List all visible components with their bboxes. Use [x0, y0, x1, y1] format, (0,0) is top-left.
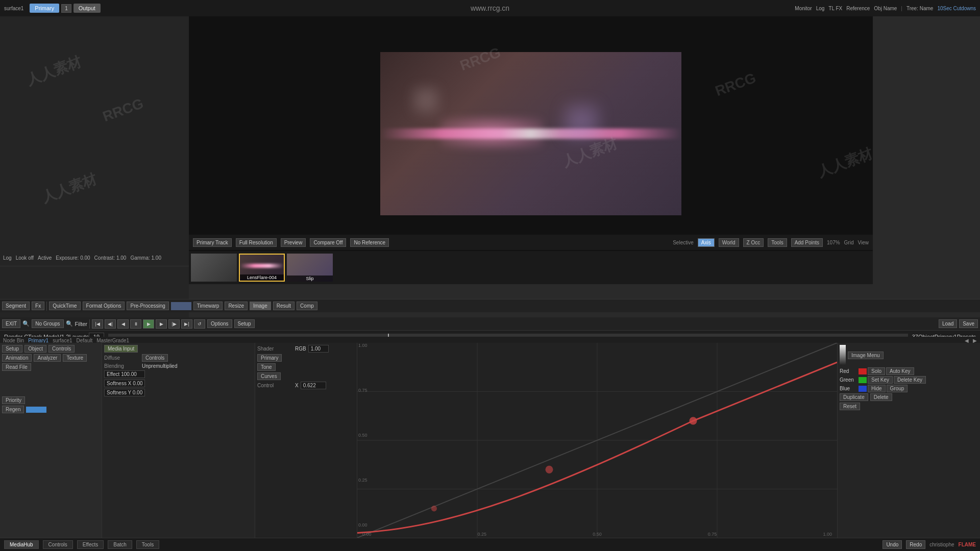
curves-btn[interactable]: Curves: [257, 372, 281, 380]
divider-1: [46, 302, 47, 311]
priority-section: Priority Regen: [2, 396, 100, 413]
contrast-label: Contrast: 1.00: [94, 255, 127, 261]
solo-btn[interactable]: Solo: [868, 367, 885, 375]
unpremultiplied-label: Unpremultiplied: [142, 363, 177, 369]
control-row-panel: Control X: [257, 382, 355, 389]
image-menu-btn[interactable]: Image Menu: [848, 352, 884, 359]
prev-btn[interactable]: ◀: [117, 319, 129, 329]
prev-frame-btn[interactable]: ◀|: [105, 319, 116, 329]
x-label-3: 0.75: [708, 532, 717, 537]
y-label-4: 1.00: [358, 343, 368, 348]
bokeh-1: [561, 101, 602, 142]
blending-row: Blending Unpremultiplied: [104, 363, 253, 369]
film-thumb-2-active[interactable]: LensFlare-004: [239, 254, 285, 282]
shader-label: Shader: [257, 346, 293, 352]
diffuse-controls-btn[interactable]: Controls: [142, 354, 168, 362]
hide-btn[interactable]: Hide: [868, 385, 886, 392]
softness-x-input[interactable]: [104, 380, 145, 387]
top-bar: surface1 Primary 1 Output www.rrcg.cn Mo…: [0, 0, 980, 16]
tone-btn[interactable]: Tone: [257, 363, 276, 371]
batch-tab[interactable]: Batch: [108, 540, 132, 549]
zocc-btn[interactable]: Z Occ: [743, 238, 764, 247]
compare-off-btn[interactable]: Compare Off: [310, 238, 346, 247]
resize-btn[interactable]: Resize: [225, 302, 248, 310]
segment-btn[interactable]: Segment: [2, 302, 30, 310]
main-panel: Setup Object Controls Animation Analyzer…: [0, 343, 980, 538]
tools-btn[interactable]: Tools: [768, 238, 787, 247]
far-right-controls: Image Menu Red Solo Auto Key Green Set K…: [837, 343, 980, 538]
setup-control-btn[interactable]: Setup: [2, 345, 22, 353]
add-points-btn[interactable]: Add Points: [791, 238, 823, 247]
analyzer-btn[interactable]: Analyzer: [34, 354, 61, 362]
result-btn[interactable]: Result: [273, 302, 295, 310]
media-input-btn[interactable]: Media Input: [104, 345, 138, 353]
mediahub-tab[interactable]: MediaHub: [4, 540, 39, 549]
bottom-bar: MediaHub Controls Effects Batch Tools Un…: [0, 538, 980, 551]
stop-btn[interactable]: ⏸: [130, 319, 141, 329]
animation-row: Animation Analyzer Texture: [2, 354, 100, 362]
delete-key-btn[interactable]: Delete Key: [894, 376, 926, 384]
world-btn[interactable]: World: [719, 238, 739, 247]
image-btn[interactable]: Image: [250, 302, 271, 310]
next-frame-btn[interactable]: |▶: [168, 319, 180, 329]
quicktime-btn[interactable]: QuickTime: [49, 302, 80, 310]
read-file-btn[interactable]: Read File: [2, 363, 31, 371]
redo-btn[interactable]: Redo: [906, 540, 925, 549]
priority-btn[interactable]: Priority: [2, 396, 25, 404]
diffuse-row: Diffuse Controls: [104, 354, 253, 362]
object-btn[interactable]: Object: [24, 345, 46, 353]
texture-btn[interactable]: Texture: [63, 354, 87, 362]
tab-output[interactable]: Output: [74, 4, 101, 13]
regen-btn[interactable]: Regen: [2, 406, 24, 413]
animation-btn[interactable]: Animation: [2, 354, 32, 362]
blue-label: Blue: [840, 386, 857, 391]
save-btn[interactable]: Save: [959, 319, 978, 328]
primary-track-btn[interactable]: Primary Track: [193, 238, 232, 247]
tab-primary[interactable]: Primary: [30, 4, 59, 13]
no-groups-btn[interactable]: No Groups: [32, 319, 63, 328]
control-x-input[interactable]: [301, 382, 326, 389]
controls-tab[interactable]: Controls: [43, 540, 73, 549]
preview-btn[interactable]: Preview: [281, 238, 306, 247]
film-thumb-3[interactable]: Slip: [287, 254, 333, 282]
set-key-btn[interactable]: Set Key: [868, 376, 893, 384]
forward-btn[interactable]: ▶|: [181, 319, 192, 329]
exit-btn[interactable]: EXIT: [2, 319, 20, 328]
film-thumb-1[interactable]: [191, 254, 237, 282]
play-btn[interactable]: ▶: [143, 319, 154, 329]
auto-key-btn[interactable]: Auto Key: [886, 367, 914, 375]
monitor-label: Monitor: [795, 6, 812, 11]
fx-btn[interactable]: Fx: [32, 302, 44, 310]
axis-btn[interactable]: Axis: [698, 238, 715, 247]
reset-btn[interactable]: Reset: [840, 403, 860, 410]
undo-btn[interactable]: Undo: [883, 540, 902, 549]
full-resolution-btn[interactable]: Full Resolution: [236, 238, 277, 247]
no-reference-btn[interactable]: No Reference: [350, 238, 389, 247]
group-btn[interactable]: Group: [887, 385, 908, 392]
controls-btn[interactable]: Controls: [48, 345, 75, 353]
format-options-btn[interactable]: Format Options: [83, 302, 125, 310]
rewind-btn[interactable]: |◀: [92, 319, 103, 329]
top-bar-left: surface1 Primary 1 Output: [4, 4, 101, 13]
options-btn[interactable]: Options: [207, 319, 232, 328]
duplicate-btn[interactable]: Duplicate: [840, 393, 868, 401]
effects-tab[interactable]: Effects: [77, 540, 104, 549]
tools-tab[interactable]: Tools: [136, 540, 159, 549]
softness-y-input[interactable]: [104, 389, 145, 396]
primary-shader-btn[interactable]: Primary: [257, 354, 282, 362]
comp-btn[interactable]: Comp: [297, 302, 317, 310]
tab-1[interactable]: 1: [61, 4, 71, 13]
timewarp-btn[interactable]: Timewarp: [193, 302, 223, 310]
loop-btn[interactable]: ↺: [194, 319, 205, 329]
shader-value-input[interactable]: [308, 345, 329, 353]
setup-row: Setup Object Controls: [2, 345, 100, 353]
view-btn[interactable]: View: [858, 240, 869, 245]
pre-processing-btn[interactable]: Pre-Processing: [127, 302, 168, 310]
setup-btn[interactable]: Setup: [234, 319, 255, 328]
next-btn[interactable]: ▶: [156, 319, 167, 329]
load-btn[interactable]: Load: [939, 319, 957, 328]
delete-btn[interactable]: Delete: [870, 393, 892, 401]
effect-input[interactable]: [104, 370, 145, 378]
middle-controls: Media Input Diffuse Controls Blending Un…: [102, 343, 255, 538]
grid-btn[interactable]: Grid: [844, 240, 854, 245]
